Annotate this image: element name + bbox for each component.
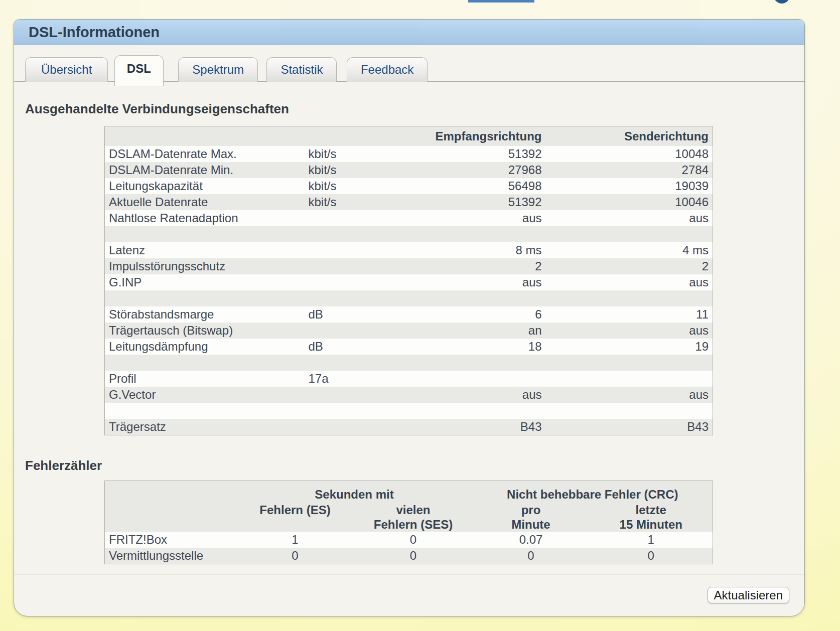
table-row: G.INPausaus (105, 274, 713, 290)
group-header-crc: Nicht behebbare Fehler (CRC) (473, 481, 713, 503)
table-row-empty (105, 355, 713, 371)
table-row: Nahtlose Ratenadaptionausaus (105, 210, 713, 226)
group-header-seconds: Sekunden mit (236, 481, 473, 503)
window-footer: Aktualisieren (14, 574, 804, 616)
table-group-header-row: Sekunden mit Nicht behebbare Fehler (CRC… (105, 481, 713, 503)
tab-spektrum[interactable]: Spektrum (178, 57, 258, 82)
table-row: TrägersatzB43B43 (105, 419, 713, 435)
dsl-information-window: DSL-Informationen Übersicht DSL Spektrum… (14, 19, 805, 616)
tab-dsl[interactable]: DSL (114, 55, 164, 86)
column-header-senderichtung: Senderichtung (546, 126, 713, 146)
table-row-empty (105, 226, 713, 242)
tab-statistik[interactable]: Statistik (266, 57, 337, 82)
connection-section-heading: Ausgehandelte Verbindungseigenschaften (25, 102, 804, 117)
table-header-row: Empfangsrichtung Senderichtung (105, 126, 713, 146)
page-top-button-fragment (468, 0, 534, 3)
tab-feedback[interactable]: Feedback (347, 57, 428, 82)
column-header-per-minute: proMinute (473, 503, 590, 532)
window-titlebar: DSL-Informationen (14, 20, 804, 45)
table-row: Leitungskapazitätkbit/s5649819039 (105, 178, 713, 194)
tab-uebersicht[interactable]: Übersicht (25, 57, 108, 82)
table-row: Aktuelle Datenratekbit/s5139210046 (105, 194, 713, 210)
column-header-empfangsrichtung: Empfangsrichtung (431, 126, 546, 146)
help-icon-fragment (774, 0, 790, 4)
refresh-button[interactable]: Aktualisieren (708, 587, 789, 603)
table-row: Profil17a (105, 371, 713, 387)
table-row: Impulsstörungsschutz22 (105, 258, 713, 274)
page-title: DSL-Informationen (29, 24, 160, 41)
column-header-last-15-min: letzte15 Minuten (590, 503, 713, 532)
tab-bar: Übersicht DSL Spektrum Statistik Feedbac… (14, 45, 804, 82)
table-subheader-row: Fehlern (ES) vielenFehlern (SES) proMinu… (105, 503, 713, 532)
table-row: FRITZ!Box 1 0 0.07 1 (105, 532, 713, 548)
table-row-empty (105, 290, 713, 306)
table-row: Vermittlungsstelle 0 0 0 0 (105, 548, 713, 564)
errors-section-heading: Fehlerzähler (25, 458, 804, 474)
table-row: StörabstandsmargedB611 (105, 306, 713, 323)
error-counter-table: Sekunden mit Nicht behebbare Fehler (CRC… (104, 481, 713, 564)
table-row: LeitungsdämpfungdB1819 (105, 339, 713, 355)
table-row-empty (105, 403, 713, 419)
table-row: G.Vectorausaus (105, 387, 713, 403)
table-row: DSLAM-Datenrate Max.kbit/s5139210048 (105, 146, 713, 162)
column-header-ses: vielenFehlern (SES) (354, 503, 473, 532)
table-row: DSLAM-Datenrate Min.kbit/s279682784 (105, 162, 713, 178)
connection-properties-table: Empfangsrichtung Senderichtung DSLAM-Dat… (104, 126, 713, 435)
column-header-es: Fehlern (ES) (236, 503, 354, 532)
table-row: Latenz8 ms4 ms (105, 242, 713, 258)
table-row: Trägertausch (Bitswap)anaus (105, 323, 713, 339)
